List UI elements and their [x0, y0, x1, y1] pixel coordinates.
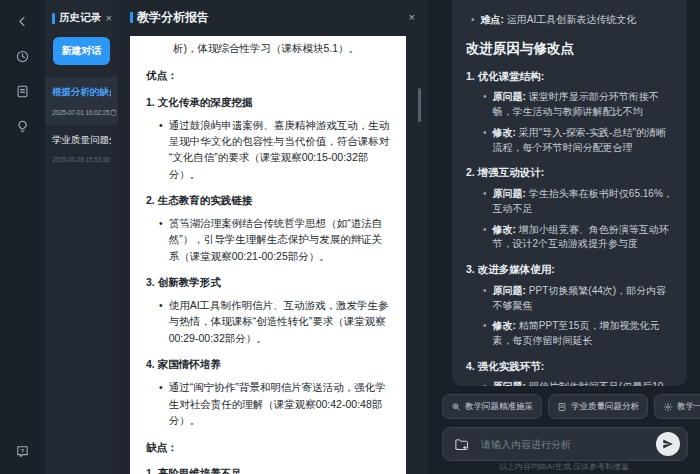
message-bullet-text: 修改:增加小组竞赛、角色扮演等互动环节，设计2个互动游戏提升参与度 [493, 223, 673, 253]
history-title: 历史记录 [59, 11, 106, 25]
accent-bar [52, 13, 55, 24]
chip-label: 学业质量问题分析 [571, 401, 639, 413]
search-person-icon [451, 402, 461, 412]
close-icon[interactable]: × [409, 12, 415, 23]
message-bullet-text: 原问题:课堂时序显示部分环节衔接不畅，学生活动与教师讲解配比不均 [493, 90, 673, 120]
chip-label: 教学问题精准施策 [465, 401, 533, 413]
document-icon[interactable] [12, 82, 34, 104]
report-title: 教学分析报告 [137, 9, 409, 26]
chevron-left-icon [15, 14, 30, 33]
trash-icon[interactable] [109, 108, 118, 117]
message-bullet-text: 修改:采用"导入-探索-实践-总结"的清晰流程，每个环节时间分配更合理 [493, 126, 673, 156]
suggestion-chip[interactable]: 教学问题精准施策 [442, 394, 542, 419]
report-bullet-text: 通过“闽宁协作”背景和明信片寄送活动，强化学生对社会责任的理解（课堂观察00:4… [169, 379, 391, 428]
bullet-label: 原问题: [493, 91, 526, 102]
message-bullet: •原问题:明信片制作时间不足(仅最后10分钟) [466, 380, 673, 386]
history-item-title: 根据分析的缺点，… [52, 86, 111, 99]
bullet-marker: • [483, 284, 487, 314]
message-bullet-text: 难点:运用AI工具创新表达传统文化 [481, 13, 673, 28]
history-item-date: 2025-06-28 15:53:35 [52, 156, 109, 163]
report-panel: 教学分析报告 × 析)，体现综合性学习（课标模块5.1）。优点：1. 文化传承的… [118, 0, 428, 474]
svg-text:?: ? [21, 447, 25, 454]
bullet-marker: • [159, 117, 163, 182]
message-bullet-text: 原问题:明信片制作时间不足(仅最后10分钟) [493, 380, 673, 386]
send-icon [662, 438, 674, 450]
document-icon [15, 84, 30, 103]
report-num: 3. 创新教学形式 [146, 274, 391, 290]
history-header: 历史记录 × [45, 0, 118, 33]
idea-icon[interactable] [12, 117, 34, 139]
bullet-marker: • [483, 187, 487, 217]
gear-icon [663, 402, 673, 412]
bullet-label: 原问题: [493, 188, 526, 199]
bullet-label: 修改: [493, 127, 516, 138]
idea-icon [15, 119, 30, 138]
report-bullet: •筼筜湖治理案例结合传统哲学思想（如“道法自然”），引导学生理解生态保护与发展的… [146, 215, 391, 264]
suggestion-chip[interactable]: 教学一致性 [654, 394, 700, 419]
history-icon[interactable] [12, 47, 34, 69]
suggestion-chips: 教学问题精准施策学业质量问题分析教学一致性更多 [442, 394, 692, 419]
message-num: 4. 强化实践环节: [466, 359, 673, 375]
new-chat-button[interactable]: 新建对话 [53, 37, 110, 65]
bullet-marker: • [159, 215, 163, 264]
report-bullet-text: 通过鼓浪屿申遗案例、嘉庚精神游戏互动，生动呈现中华文化的包容性与当代价值，符合课… [169, 117, 391, 182]
chat-input-bar [442, 427, 688, 461]
history-list: 根据分析的缺点，…2025-07-01 16:02:25学业质量问题分析2025… [45, 77, 118, 171]
accent-bar [130, 12, 133, 23]
help-icon[interactable]: ? [12, 440, 34, 462]
message-bullet: •修改:采用"导入-探索-实践-总结"的清晰流程，每个环节时间分配更合理 [466, 126, 673, 156]
assistant-message: •难点:运用AI工具创新表达传统文化改进原因与修改点1. 优化课堂结构:•原问题… [452, 0, 687, 386]
history-list-item[interactable]: 根据分析的缺点，…2025-07-01 16:02:25 [45, 77, 118, 125]
report-bullet: •使用AI工具制作明信片、互动游戏，激发学生参与热情，体现课标“创造性转化”要求… [146, 297, 391, 346]
chevron-left-icon[interactable] [12, 12, 34, 34]
history-item-meta: 2025-07-01 16:02:25 [52, 108, 111, 117]
bullet-marker: • [483, 319, 487, 349]
bullet-marker: • [159, 297, 163, 346]
app-window: ? 历史记录 × 新建对话 根据分析的缺点，…2025-07-01 16:02:… [0, 0, 700, 474]
history-item-meta: 2025-06-28 15:53:35 [52, 156, 111, 163]
folder-plus-icon[interactable] [453, 437, 470, 452]
message-num: 3. 改进多媒体使用: [466, 262, 673, 278]
bullet-label: 原问题: [493, 285, 526, 296]
message-bullet: •修改:精简PPT至15页，增加视觉化元素，每页停留时间延长 [466, 319, 673, 349]
send-button[interactable] [656, 432, 680, 456]
message-bullet: •原问题:学生抬头率在板书时仅65.16%，互动不足 [466, 187, 673, 217]
bullet-marker: • [483, 223, 487, 253]
message-bullet-text: 原问题:学生抬头率在板书时仅65.16%，互动不足 [493, 187, 673, 217]
history-list-item[interactable]: 学业质量问题分析2025-06-28 15:53:35 [45, 125, 118, 171]
message-num: 2. 增强互动设计: [466, 165, 673, 181]
analysis-input[interactable] [479, 438, 647, 451]
report-scrollbar[interactable] [418, 88, 421, 122]
bullet-marker: • [483, 126, 487, 156]
history-sidebar: 历史记录 × 新建对话 根据分析的缺点，…2025-07-01 16:02:25… [45, 0, 118, 474]
report-document: 析)，体现综合性学习（课标模块5.1）。优点：1. 文化传承的深度挖掘•通过鼓浪… [130, 36, 406, 474]
report-num: 2. 生态教育的实践链接 [146, 192, 391, 208]
report-num: 1. 高阶思维培养不足 [146, 465, 391, 474]
message-bullet: •修改:增加小组竞赛、角色扮演等互动环节，设计2个互动游戏提升参与度 [466, 223, 673, 253]
message-bullet: •原问题:课堂时序显示部分环节衔接不畅，学生活动与教师讲解配比不均 [466, 90, 673, 120]
history-icon [15, 49, 30, 68]
history-item-date: 2025-07-01 16:02:25 [52, 109, 109, 116]
report-bullet-text: 筼筜湖治理案例结合传统哲学思想（如“道法自然”），引导学生理解生态保护与发展的辩… [169, 215, 391, 264]
suggestion-chip[interactable]: 学业质量问题分析 [548, 394, 648, 419]
report-continuation: 析)，体现综合性学习（课标模块5.1）。 [173, 40, 391, 56]
close-icon[interactable]: × [106, 13, 112, 24]
rail-icon-group [12, 12, 34, 139]
report-label: 缺点： [146, 439, 391, 455]
left-icon-rail: ? [0, 0, 45, 474]
message-num: 1. 优化课堂结构: [466, 69, 673, 85]
report-bullet: •通过鼓浪屿申遗案例、嘉庚精神游戏互动，生动呈现中华文化的包容性与当代价值，符合… [146, 117, 391, 182]
document-icon [557, 402, 567, 412]
bullet-marker: • [483, 380, 487, 386]
ai-disclaimer: 以上内容均由AI生成,仅供参考和借鉴 [428, 461, 700, 472]
bullet-marker: • [483, 90, 487, 120]
report-num: 1. 文化传承的深度挖掘 [146, 94, 391, 110]
bullet-label: 修改: [493, 224, 516, 235]
bullet-marker: • [159, 379, 163, 428]
message-bullet: •原问题:PPT切换频繁(44次)，部分内容不够聚焦 [466, 284, 673, 314]
report-bullet: •通过“闽宁协作”背景和明信片寄送活动，强化学生对社会责任的理解（课堂观察00:… [146, 379, 391, 428]
bullet-label: 难点: [481, 14, 504, 25]
report-num: 4. 家国情怀培养 [146, 356, 391, 372]
message-bullet-text: 原问题:PPT切换频繁(44次)，部分内容不够聚焦 [493, 284, 673, 314]
message-bullet-text: 修改:精简PPT至15页，增加视觉化元素，每页停留时间延长 [493, 319, 673, 349]
